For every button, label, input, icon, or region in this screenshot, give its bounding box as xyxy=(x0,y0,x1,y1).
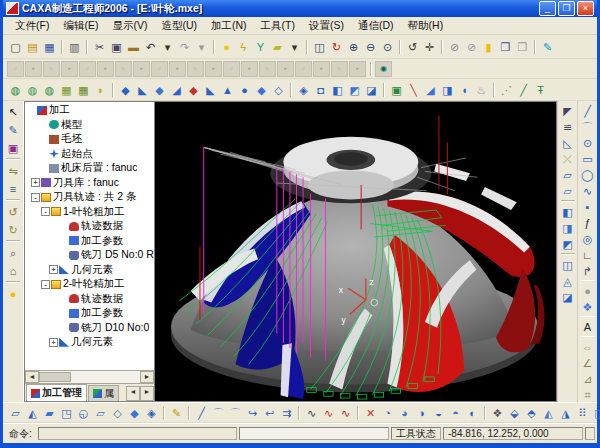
open-folder-icon[interactable]: ▤ xyxy=(24,39,41,55)
tree-toggle[interactable]: + xyxy=(31,178,40,187)
close-button[interactable]: × xyxy=(577,1,594,16)
revolve-surface-icon[interactable]: ◭ xyxy=(24,405,41,421)
tree-item-geometry[interactable]: + 几何元素 xyxy=(25,263,154,278)
draw-curve2-icon[interactable]: ↩ xyxy=(261,405,278,421)
surface-extend-icon[interactable]: ◢ xyxy=(422,82,439,98)
minimize-button[interactable]: _ xyxy=(539,1,556,16)
disabled-tool-icon[interactable]: ▪ xyxy=(241,61,258,77)
constraint-icon[interactable]: ≌ xyxy=(559,119,576,134)
hide-entity-icon[interactable]: ⊘ xyxy=(446,39,463,55)
formula-curve-icon[interactable]: ƒ xyxy=(579,215,596,230)
wing-tool-icon[interactable]: ◗ xyxy=(92,82,109,98)
save-icon[interactable]: ▦ xyxy=(41,39,58,55)
axis-tool-icon[interactable]: ◬ xyxy=(559,273,576,288)
pen-style-icon[interactable]: ✎ xyxy=(539,39,556,55)
delete-tool-icon[interactable]: ⇋ xyxy=(5,162,22,179)
extrude-feature-icon[interactable]: ◆ xyxy=(117,82,134,98)
dimension-sketch-icon[interactable]: ◺ xyxy=(559,135,576,150)
dim-angle-icon[interactable]: ∠ xyxy=(579,355,596,370)
point-tool-icon[interactable]: ◪ xyxy=(559,289,576,304)
lightning-icon[interactable]: ϟ xyxy=(235,39,252,55)
tree-item-start-point[interactable]: 起始点 xyxy=(25,147,154,162)
disabled-tool-icon[interactable]: ▪ xyxy=(25,61,42,77)
menu-help[interactable]: 帮助(H) xyxy=(402,18,450,34)
undo-caret-icon[interactable]: ▾ xyxy=(159,39,176,55)
feature-tree-icon[interactable]: ◧ xyxy=(559,204,576,219)
text-tool-icon[interactable]: A xyxy=(579,319,596,334)
disabled-tool-icon[interactable]: ▫ xyxy=(187,61,204,77)
properties-tool-icon[interactable]: ⌂ xyxy=(5,262,22,279)
tree-item-toolpaths[interactable]: - 刀具轨迹 : 共 2 条 xyxy=(25,190,154,205)
render-mode-icon[interactable]: ▣ xyxy=(5,139,22,156)
hole-feature-icon[interactable]: ● xyxy=(236,82,253,98)
lamp-icon[interactable]: ● xyxy=(218,39,235,55)
paste-icon[interactable]: ▬ xyxy=(125,39,142,55)
copy-icon[interactable]: ▣ xyxy=(108,39,125,55)
draw-point-icon[interactable]: ▪ xyxy=(579,199,596,214)
new-file-icon[interactable]: ▢ xyxy=(7,39,24,55)
disabled-tool-icon[interactable]: ▫ xyxy=(115,61,132,77)
offset-surface-icon[interactable]: ▱ xyxy=(92,405,109,421)
disabled-tool-icon[interactable]: ▪ xyxy=(277,61,294,77)
mesh-tool-icon[interactable]: ▦ xyxy=(75,82,92,98)
surface-patch-icon[interactable]: ▣ xyxy=(388,82,405,98)
solid-array-icon[interactable]: ⠿ xyxy=(574,405,591,421)
spline-icon[interactable]: ∿ xyxy=(320,405,337,421)
sphere-tool-icon[interactable]: ◍ xyxy=(24,82,41,98)
redo-icon[interactable]: ↷ xyxy=(176,39,193,55)
disabled-tool-icon[interactable]: ▪ xyxy=(97,61,114,77)
disabled-tool-icon[interactable]: ▫ xyxy=(259,61,276,77)
tree-item-root[interactable]: 加工 xyxy=(25,103,154,118)
coordinate-system-icon[interactable]: ◉ xyxy=(375,61,392,77)
assembly-icon[interactable]: ◩ xyxy=(559,236,576,251)
tree-toggle[interactable]: + xyxy=(49,265,58,274)
solid-fillet-icon[interactable]: ◭ xyxy=(540,405,557,421)
disabled-tool-icon[interactable]: ▪ xyxy=(205,61,222,77)
rib-feature-icon[interactable]: ◆ xyxy=(253,82,270,98)
cut-icon[interactable]: ✂ xyxy=(91,39,108,55)
tab-scroll-right-icon[interactable]: ► xyxy=(140,386,154,401)
solid-intersect-icon[interactable]: ⬘ xyxy=(523,405,540,421)
send-back-icon[interactable]: ❒ xyxy=(514,39,531,55)
disabled-tool-icon[interactable]: ▫ xyxy=(7,61,24,77)
fillet-feature-icon[interactable]: ◣ xyxy=(202,82,219,98)
sweep-surface-icon[interactable]: ◳ xyxy=(58,405,75,421)
lamp-tool-icon[interactable]: ● xyxy=(5,285,22,302)
shell-feature-icon[interactable]: ◇ xyxy=(270,82,287,98)
surface-offset-icon[interactable]: ◨ xyxy=(439,82,456,98)
menu-settings[interactable]: 设置(S) xyxy=(303,18,350,34)
draw-arrow-icon[interactable]: ↱ xyxy=(579,263,596,278)
tree-item-machining-params[interactable]: 加工参数 xyxy=(25,306,154,321)
tree-toggle[interactable]: + xyxy=(49,338,58,347)
highlight-entity-icon[interactable]: ▮ xyxy=(480,39,497,55)
join-curve-icon[interactable]: ◓ xyxy=(447,405,464,421)
scrollbar-thumb[interactable] xyxy=(39,372,71,382)
cut-feature-icon[interactable]: ◆ xyxy=(185,82,202,98)
zoom-window-icon[interactable]: ⊙ xyxy=(379,39,396,55)
scroll-left-icon[interactable]: ◄ xyxy=(25,371,39,383)
contour-icon[interactable]: ∿ xyxy=(337,405,354,421)
redo-tool-icon[interactable]: ↻ xyxy=(5,221,22,238)
net-surface-icon[interactable]: ◵ xyxy=(75,405,92,421)
split-curve-icon[interactable]: ◒ xyxy=(430,405,447,421)
sphere-tool-icon[interactable]: ◍ xyxy=(41,82,58,98)
dim-radius-icon[interactable]: ⊿ xyxy=(579,371,596,386)
scrollbar-track[interactable] xyxy=(71,371,140,383)
disabled-tool-icon[interactable]: ▫ xyxy=(79,61,96,77)
undo-tool-icon[interactable]: ↺ xyxy=(5,203,22,220)
menu-file[interactable]: 文件(F) xyxy=(9,18,55,34)
tree-toggle[interactable]: - xyxy=(41,207,50,216)
menu-modeling[interactable]: 造型(U) xyxy=(155,18,203,34)
draw-line-icon[interactable]: ╱ xyxy=(193,405,210,421)
viewport-3d[interactable]: z x y xyxy=(155,101,557,402)
polyline-icon[interactable]: ∿ xyxy=(303,405,320,421)
rotate-view-icon[interactable]: ↺ xyxy=(404,39,421,55)
plane-surface-icon[interactable]: ▱ xyxy=(7,405,24,421)
tab-machining-manager[interactable]: 加工管理 xyxy=(26,384,87,401)
line-tool-icon[interactable]: ╱ xyxy=(515,82,532,98)
tree-toggle[interactable]: - xyxy=(41,280,50,289)
zoom-out-icon[interactable]: ⊖ xyxy=(362,39,379,55)
sketch-pencil-icon[interactable]: ✎ xyxy=(168,405,185,421)
disabled-tool-icon[interactable]: ▪ xyxy=(169,61,186,77)
tree-item-path-data[interactable]: 轨迹数据 xyxy=(25,292,154,307)
